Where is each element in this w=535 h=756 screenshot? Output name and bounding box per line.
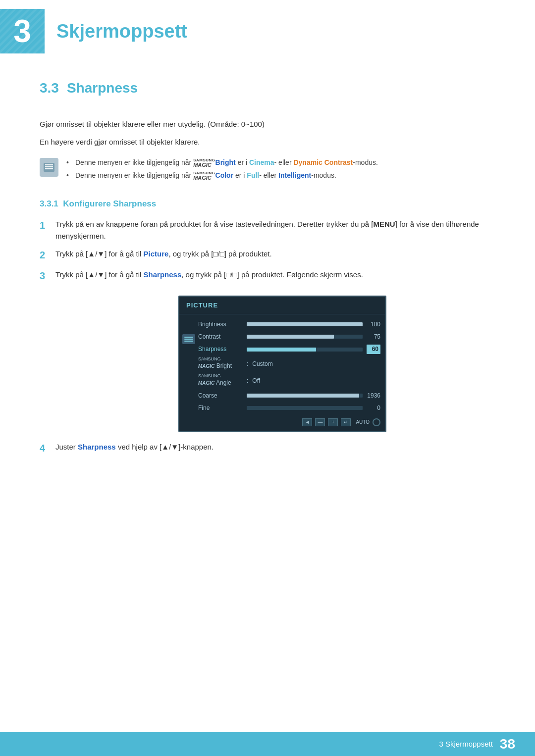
note1-prefix: Denne menyen er ikke tilgjengelig når (75, 158, 193, 166)
osd-sep-magic-angle: : (247, 376, 248, 386)
section-number: 3.3 (40, 80, 59, 96)
chapter-number: 3 (13, 6, 31, 56)
step-2-text: Trykk på [▲/▼] for å gå til Picture, og … (55, 248, 495, 260)
note1-dynamic: Dynamic Contrast (293, 158, 353, 166)
step-4-number: 4 (40, 440, 55, 456)
osd-sep-magic-bright: : (247, 359, 248, 369)
osd-textval-magic-angle: Off (252, 376, 260, 386)
osd-title: PICTURE (179, 297, 385, 314)
note2-full: Full (247, 171, 259, 179)
osd-value-sharpness: 60 (367, 345, 380, 354)
osd-btn-minus-label: — (318, 418, 322, 426)
footer-text: 3 Skjermoppsett (439, 738, 492, 750)
section-title: Sharpness (67, 80, 138, 96)
osd-btn-enter: ↵ (341, 418, 351, 426)
osd-row-brightness: Brightness 100 (198, 318, 380, 331)
osd-row-magic-bright: SAMSUNG MAGIC Bright : Custom (198, 355, 380, 372)
osd-sidebar-icon (182, 334, 195, 344)
picture-label: Picture (144, 250, 169, 258)
section-heading: 3.3Sharpness (40, 77, 495, 103)
osd-bar-sharpness (247, 348, 363, 352)
step-4: 4 Juster Sharpness ved hjelp av [▲/▼]-kn… (40, 441, 495, 456)
osd-row-sharpness: Sharpness 60 (198, 343, 380, 355)
magic-color-label: SAMSUNGMAGIC (193, 171, 215, 181)
note-icon-inner (44, 163, 54, 172)
subsection-number: 3.3.1 (40, 199, 58, 208)
osd-bar-contrast (247, 335, 363, 339)
osd-value-coarse: 1936 (367, 391, 380, 401)
note1-cinema: Cinema (249, 158, 274, 166)
step-2-number: 2 (40, 247, 55, 263)
osd-body: Brightness 100 Contrast 75 (179, 314, 385, 414)
intro-paragraph-1: Gjør omrisset til objekter klarere eller… (40, 118, 495, 130)
note-box: Denne menyen er ikke tilgjengelig når SA… (40, 157, 495, 183)
osd-row-fine: Fine 0 (198, 402, 380, 414)
note1-mid: er i (236, 158, 249, 166)
footer-page-number: 38 (500, 733, 515, 756)
sidebar-line-2 (184, 339, 193, 340)
note-line-2: Denne menyen er ikke tilgjengelig når SA… (66, 170, 378, 181)
osd-label-magic-bright: SAMSUNG MAGIC Bright (198, 357, 243, 371)
osd-textval-magic-bright: Custom (252, 359, 272, 369)
osd-auto-label: AUTO (356, 418, 370, 426)
note-icon (40, 158, 58, 177)
subsection-heading: 3.3.1 Konfigurere Sharpness (40, 197, 495, 210)
menu-key: MENU (373, 220, 395, 228)
osd-row-contrast: Contrast 75 (198, 331, 380, 343)
intro-paragraph-2: En høyere verdi gjør omrisset til objekt… (40, 136, 495, 148)
note1-bright: Bright (215, 158, 236, 166)
step-1: 1 Trykk på en av knappene foran på produ… (40, 218, 495, 242)
chapter-number-box: 3 (0, 9, 45, 53)
osd-btn-plus: + (328, 418, 338, 426)
osd-label-coarse: Coarse (198, 391, 243, 401)
note1-suffix: -modus. (353, 158, 378, 166)
osd-row-magic-angle: SAMSUNG MAGIC Angle : Off (198, 372, 380, 389)
note-line-1: Denne menyen er ikke tilgjengelig når SA… (66, 157, 378, 168)
step-1-number: 1 (40, 217, 55, 233)
sidebar-line-1 (184, 337, 193, 338)
note2-intelligent: Intelligent (278, 171, 311, 179)
osd-bar-fine (247, 406, 363, 410)
osd-label-fine: Fine (198, 403, 243, 413)
osd-label-sharpness: Sharpness (198, 345, 243, 354)
sharpness-label-step3: Sharpness (144, 270, 182, 279)
osd-fill-brightness (247, 322, 363, 326)
osd-row-coarse: Coarse 1936 (198, 390, 380, 402)
step-3-text: Trykk på [▲/▼] for å gå til Sharpness, o… (55, 269, 495, 281)
osd-bottom-bar: ◄ — + ↵ AUTO (179, 414, 385, 426)
page-header: 3 Skjermoppsett (0, 0, 535, 62)
osd-btn-minus: — (315, 418, 325, 426)
osd-fill-contrast (247, 335, 334, 339)
page-footer: 3 Skjermoppsett 38 (0, 732, 535, 756)
osd-label-contrast: Contrast (198, 332, 243, 342)
step-2: 2 Trykk på [▲/▼] for å gå til Picture, o… (40, 248, 495, 263)
osd-btn-left: ◄ (302, 418, 312, 426)
note2-or: - eller (259, 171, 278, 179)
osd-btn-enter-label: ↵ (344, 418, 348, 426)
osd-value-fine: 0 (367, 403, 380, 413)
note2-suffix: -modus. (311, 171, 336, 179)
subsection-title: Konfigurere Sharpness (63, 199, 156, 208)
note2-color: Color (215, 171, 234, 179)
chapter-title: Skjermoppsett (56, 16, 187, 47)
note2-mid: er i (233, 171, 247, 179)
steps-list: 1 Trykk på en av knappene foran på produ… (40, 218, 495, 284)
note-list: Denne menyen er ikke tilgjengelig når SA… (66, 157, 378, 183)
step-1-text: Trykk på en av knappene foran på produkt… (55, 218, 495, 242)
osd-fill-sharpness (247, 348, 316, 352)
step-3: 3 Trykk på [▲/▼] for å gå til Sharpness,… (40, 269, 495, 284)
osd-btn-left-label: ◄ (305, 418, 310, 426)
note-lines: Denne menyen er ikke tilgjengelig når SA… (66, 157, 378, 183)
osd-bar-brightness (247, 322, 363, 326)
osd-value-contrast: 75 (367, 332, 380, 342)
osd-value-brightness: 100 (367, 320, 380, 329)
osd-rows: Brightness 100 Contrast 75 (198, 318, 385, 414)
magic-bright-label: SAMSUNGMAGIC (193, 158, 215, 168)
osd-circle-btn (373, 418, 380, 426)
step-3-number: 3 (40, 268, 55, 284)
osd-label-brightness: Brightness (198, 320, 243, 329)
main-content: 3.3Sharpness Gjør omrisset til objekter … (0, 67, 535, 502)
note2-prefix: Denne menyen er ikke tilgjengelig når (75, 171, 193, 179)
osd-screenshot-container: PICTURE Brightness (69, 296, 495, 432)
sidebar-line-3 (184, 341, 193, 342)
